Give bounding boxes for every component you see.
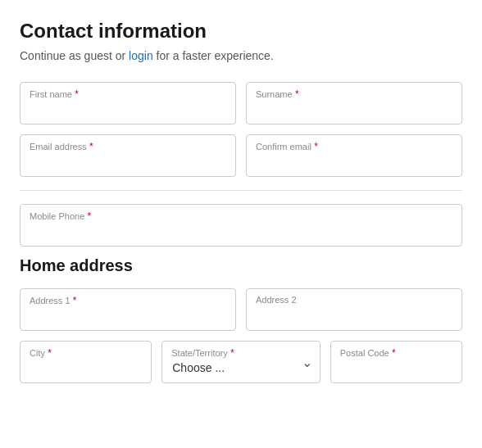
email-row: Email address * Confirm email *: [20, 134, 462, 177]
email-group: Email address *: [20, 134, 236, 177]
city-input[interactable]: [20, 341, 152, 383]
first-name-input[interactable]: [20, 82, 236, 124]
confirm-email-wrapper: Confirm email *: [246, 134, 462, 177]
email-input[interactable]: [20, 134, 236, 177]
mobile-group: Mobile Phone *: [20, 204, 462, 247]
postal-input[interactable]: [330, 341, 462, 383]
confirm-email-input[interactable]: [246, 134, 462, 177]
first-name-wrapper: First name *: [20, 82, 236, 124]
address-row: Address 1 * Address 2: [20, 288, 462, 331]
email-wrapper: Email address *: [20, 134, 236, 177]
address2-input[interactable]: [246, 288, 462, 331]
surname-group: Surname *: [246, 82, 462, 124]
address2-group: Address 2: [246, 288, 462, 331]
city-state-postal-row: City * State/Territory * Choose ... ACT …: [20, 341, 462, 383]
subtitle: Continue as guest or login for a faster …: [20, 49, 462, 62]
surname-input[interactable]: [246, 82, 462, 124]
mobile-input[interactable]: [20, 204, 462, 247]
page-title: Contact information: [20, 20, 462, 43]
address1-input[interactable]: [20, 288, 236, 331]
login-link[interactable]: login: [129, 49, 153, 62]
postal-group: Postal Code *: [330, 341, 462, 383]
divider-1: [20, 190, 462, 191]
address1-wrapper: Address 1 *: [20, 288, 236, 331]
home-address-title: Home address: [20, 256, 462, 275]
city-group: City *: [20, 341, 152, 383]
state-group: State/Territory * Choose ... ACT NSW NT …: [161, 341, 321, 383]
mobile-row: Mobile Phone *: [20, 204, 462, 247]
confirm-email-group: Confirm email *: [246, 134, 462, 177]
address1-group: Address 1 *: [20, 288, 236, 331]
first-name-group: First name *: [20, 82, 236, 124]
surname-wrapper: Surname *: [246, 82, 462, 124]
name-row: First name * Surname *: [20, 82, 462, 124]
mobile-wrapper: Mobile Phone *: [20, 204, 462, 247]
state-wrapper: State/Territory * Choose ... ACT NSW NT …: [161, 341, 321, 383]
city-wrapper: City *: [20, 341, 152, 383]
address2-wrapper: Address 2: [246, 288, 462, 331]
state-select[interactable]: Choose ... ACT NSW NT QLD SA TAS VIC WA: [161, 341, 321, 383]
postal-wrapper: Postal Code *: [330, 341, 462, 383]
